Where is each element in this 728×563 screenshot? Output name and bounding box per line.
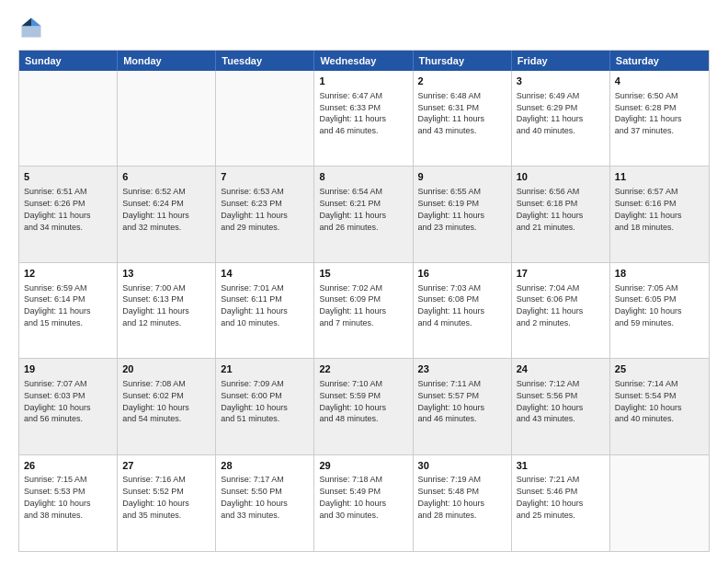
- cell-info: Sunrise: 6:52 AM Sunset: 6:24 PM Dayligh…: [122, 187, 189, 231]
- cell-info: Sunrise: 7:21 AM Sunset: 5:46 PM Dayligh…: [517, 475, 584, 519]
- calendar-row: 19Sunrise: 7:07 AM Sunset: 6:03 PM Dayli…: [19, 359, 709, 454]
- calendar-cell: 1Sunrise: 6:47 AM Sunset: 6:33 PM Daylig…: [314, 71, 413, 166]
- calendar-cell: 29Sunrise: 7:18 AM Sunset: 5:49 PM Dayli…: [314, 455, 413, 551]
- calendar-cell: 18Sunrise: 7:05 AM Sunset: 6:05 PM Dayli…: [610, 263, 709, 358]
- calendar-cell: 30Sunrise: 7:19 AM Sunset: 5:48 PM Dayli…: [414, 455, 512, 551]
- day-number: 9: [418, 170, 506, 184]
- day-number: 21: [221, 362, 309, 376]
- cell-info: Sunrise: 6:53 AM Sunset: 6:23 PM Dayligh…: [221, 187, 288, 231]
- day-number: 6: [122, 170, 210, 184]
- calendar-cell: 15Sunrise: 7:02 AM Sunset: 6:09 PM Dayli…: [314, 263, 413, 358]
- calendar-body: 1Sunrise: 6:47 AM Sunset: 6:33 PM Daylig…: [19, 71, 709, 551]
- cell-info: Sunrise: 7:09 AM Sunset: 6:00 PM Dayligh…: [221, 379, 288, 423]
- calendar-cell: 6Sunrise: 6:52 AM Sunset: 6:24 PM Daylig…: [118, 167, 216, 261]
- cell-info: Sunrise: 6:50 AM Sunset: 6:28 PM Dayligh…: [615, 91, 682, 135]
- day-number: 23: [418, 362, 506, 376]
- cell-info: Sunrise: 6:57 AM Sunset: 6:16 PM Dayligh…: [615, 187, 682, 231]
- day-number: 8: [319, 170, 407, 184]
- cell-info: Sunrise: 7:04 AM Sunset: 6:06 PM Dayligh…: [517, 283, 584, 327]
- day-number: 11: [615, 170, 704, 184]
- weekday-header: Thursday: [414, 51, 512, 71]
- weekday-header: Monday: [118, 51, 216, 71]
- cell-info: Sunrise: 6:55 AM Sunset: 6:19 PM Dayligh…: [418, 187, 485, 231]
- day-number: 25: [615, 362, 704, 376]
- header: [18, 15, 710, 40]
- cell-info: Sunrise: 7:12 AM Sunset: 5:56 PM Dayligh…: [517, 379, 584, 423]
- svg-marker-2: [31, 18, 41, 27]
- calendar-cell: 26Sunrise: 7:15 AM Sunset: 5:53 PM Dayli…: [19, 455, 118, 551]
- calendar-cell: 28Sunrise: 7:17 AM Sunset: 5:50 PM Dayli…: [216, 455, 314, 551]
- calendar-cell: [216, 71, 314, 166]
- day-number: 31: [517, 459, 605, 473]
- calendar-cell: 4Sunrise: 6:50 AM Sunset: 6:28 PM Daylig…: [610, 71, 709, 166]
- calendar-cell: 27Sunrise: 7:16 AM Sunset: 5:52 PM Dayli…: [118, 455, 216, 551]
- page: SundayMondayTuesdayWednesdayThursdayFrid…: [0, 0, 728, 563]
- calendar-cell: 13Sunrise: 7:00 AM Sunset: 6:13 PM Dayli…: [118, 263, 216, 358]
- calendar-row: 12Sunrise: 6:59 AM Sunset: 6:14 PM Dayli…: [19, 263, 709, 359]
- logo: [18, 15, 48, 40]
- day-number: 30: [418, 459, 506, 473]
- calendar-header: SundayMondayTuesdayWednesdayThursdayFrid…: [19, 51, 709, 71]
- calendar-cell: 14Sunrise: 7:01 AM Sunset: 6:11 PM Dayli…: [216, 263, 314, 358]
- cell-info: Sunrise: 7:03 AM Sunset: 6:08 PM Dayligh…: [418, 283, 485, 327]
- cell-info: Sunrise: 6:56 AM Sunset: 6:18 PM Dayligh…: [517, 187, 584, 231]
- weekday-header: Tuesday: [216, 51, 314, 71]
- cell-info: Sunrise: 6:54 AM Sunset: 6:21 PM Dayligh…: [319, 187, 386, 231]
- day-number: 15: [319, 267, 407, 281]
- cell-info: Sunrise: 7:02 AM Sunset: 6:09 PM Dayligh…: [319, 283, 386, 327]
- weekday-header: Saturday: [610, 51, 709, 71]
- cell-info: Sunrise: 6:59 AM Sunset: 6:14 PM Dayligh…: [24, 283, 91, 327]
- cell-info: Sunrise: 7:10 AM Sunset: 5:59 PM Dayligh…: [319, 379, 386, 423]
- day-number: 19: [24, 362, 112, 376]
- calendar-cell: 20Sunrise: 7:08 AM Sunset: 6:02 PM Dayli…: [118, 359, 216, 454]
- day-number: 28: [221, 459, 309, 473]
- calendar-row: 26Sunrise: 7:15 AM Sunset: 5:53 PM Dayli…: [19, 455, 709, 551]
- calendar-row: 1Sunrise: 6:47 AM Sunset: 6:33 PM Daylig…: [19, 71, 709, 167]
- calendar-cell: 10Sunrise: 6:56 AM Sunset: 6:18 PM Dayli…: [512, 167, 610, 261]
- day-number: 29: [319, 459, 407, 473]
- day-number: 27: [122, 459, 210, 473]
- day-number: 24: [517, 362, 605, 376]
- day-number: 4: [615, 75, 704, 88]
- weekday-header: Sunday: [19, 51, 118, 71]
- day-number: 10: [517, 170, 605, 184]
- calendar-cell: 5Sunrise: 6:51 AM Sunset: 6:26 PM Daylig…: [19, 167, 118, 261]
- day-number: 2: [418, 75, 506, 88]
- day-number: 26: [24, 459, 112, 473]
- cell-info: Sunrise: 6:47 AM Sunset: 6:33 PM Dayligh…: [319, 91, 386, 135]
- cell-info: Sunrise: 7:19 AM Sunset: 5:48 PM Dayligh…: [418, 475, 485, 519]
- calendar-cell: 23Sunrise: 7:11 AM Sunset: 5:57 PM Dayli…: [414, 359, 512, 454]
- calendar-cell: 19Sunrise: 7:07 AM Sunset: 6:03 PM Dayli…: [19, 359, 118, 454]
- calendar-cell: 22Sunrise: 7:10 AM Sunset: 5:59 PM Dayli…: [314, 359, 413, 454]
- day-number: 7: [221, 170, 309, 184]
- weekday-header: Wednesday: [314, 51, 413, 71]
- calendar-cell: 12Sunrise: 6:59 AM Sunset: 6:14 PM Dayli…: [19, 263, 118, 358]
- calendar-cell: [19, 71, 118, 166]
- day-number: 12: [24, 267, 112, 281]
- weekday-header: Friday: [512, 51, 610, 71]
- calendar-cell: [118, 71, 216, 166]
- day-number: 22: [319, 362, 407, 376]
- calendar-cell: 3Sunrise: 6:49 AM Sunset: 6:29 PM Daylig…: [512, 71, 610, 166]
- calendar-cell: 16Sunrise: 7:03 AM Sunset: 6:08 PM Dayli…: [414, 263, 512, 358]
- cell-info: Sunrise: 6:48 AM Sunset: 6:31 PM Dayligh…: [418, 91, 485, 135]
- cell-info: Sunrise: 7:16 AM Sunset: 5:52 PM Dayligh…: [122, 475, 189, 519]
- calendar-cell: 31Sunrise: 7:21 AM Sunset: 5:46 PM Dayli…: [512, 455, 610, 551]
- calendar-cell: 11Sunrise: 6:57 AM Sunset: 6:16 PM Dayli…: [610, 167, 709, 261]
- calendar-cell: 24Sunrise: 7:12 AM Sunset: 5:56 PM Dayli…: [512, 359, 610, 454]
- cell-info: Sunrise: 7:11 AM Sunset: 5:57 PM Dayligh…: [418, 379, 485, 423]
- calendar-cell: 9Sunrise: 6:55 AM Sunset: 6:19 PM Daylig…: [414, 167, 512, 261]
- calendar-cell: 8Sunrise: 6:54 AM Sunset: 6:21 PM Daylig…: [314, 167, 413, 261]
- cell-info: Sunrise: 6:51 AM Sunset: 6:26 PM Dayligh…: [24, 187, 91, 231]
- cell-info: Sunrise: 7:17 AM Sunset: 5:50 PM Dayligh…: [221, 475, 288, 519]
- cell-info: Sunrise: 7:15 AM Sunset: 5:53 PM Dayligh…: [24, 475, 91, 519]
- calendar-cell: [610, 455, 709, 551]
- day-number: 1: [319, 75, 407, 88]
- calendar-cell: 2Sunrise: 6:48 AM Sunset: 6:31 PM Daylig…: [414, 71, 512, 166]
- svg-rect-4: [22, 26, 41, 37]
- cell-info: Sunrise: 7:00 AM Sunset: 6:13 PM Dayligh…: [122, 283, 189, 327]
- day-number: 17: [517, 267, 605, 281]
- logo-icon: [18, 15, 44, 40]
- day-number: 18: [615, 267, 704, 281]
- cell-info: Sunrise: 7:01 AM Sunset: 6:11 PM Dayligh…: [221, 283, 288, 327]
